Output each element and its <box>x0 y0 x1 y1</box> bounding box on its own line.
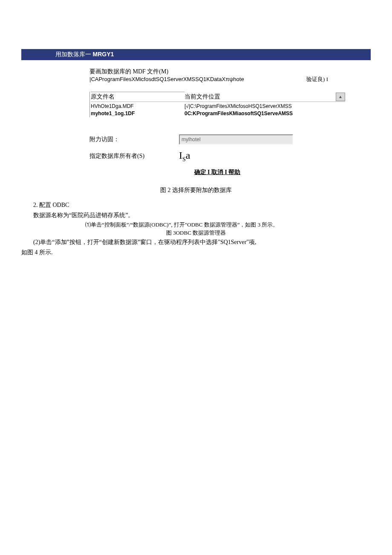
cell-original-filename: HVhOte1Dga.MDF myhote1_1og.1DF <box>91 103 184 117</box>
db-owner-label: 指定数据库所有者(S) <box>89 152 179 160</box>
figure-3-caption: 图 3ODBC 数据源管理器 <box>21 229 371 237</box>
title-prefix: 用加数落库一 <box>55 51 93 58</box>
cell-current-location: [√|C:\ProgramFitesXMicfosoHSQ1ServerXMSS… <box>184 103 345 117</box>
mdf-path-value: |CAProgramFilesXMicfosdtSQ1ServerXMSSQ1K… <box>89 76 244 82</box>
step-2-text-cont: 如图 4 所示. <box>21 247 371 258</box>
file-table: 原文件名 当前文件位置 ▲ HVhOte1Dga.MDF myhote1_1og… <box>89 92 345 117</box>
column-header-original: 原文件名 <box>91 92 184 102</box>
figure-2-caption: 图 2 选择所要附加的数据库 <box>21 186 371 194</box>
scroll-up-icon[interactable]: ▲ <box>336 93 345 101</box>
verify-button-label[interactable]: 验证良) I <box>306 76 328 83</box>
dialog-body: 要画加数据库的 MDF 文件(M) |CAProgramFilesXMicfos… <box>21 60 371 180</box>
title-id: MRGY1 <box>93 51 114 58</box>
datasource-name-text: 数据源名称为“医院药品进销存系统”。 <box>21 210 371 221</box>
dialog-button-row[interactable]: 确定 I 取消 I 帮助 <box>89 169 345 176</box>
step-2-text: (2)单击“添加”按钮，打开“创建新数据源”窗口，在驱动程序列表中选择"SQ1S… <box>21 237 371 247</box>
attach-as-input[interactable]: mylhotel <box>179 134 293 145</box>
db-owner-value[interactable]: ISa <box>179 150 190 163</box>
dialog-title-bar: 用加数落库一 MRGY1 <box>21 49 371 60</box>
section-2-heading: 2. 配置 ODBC <box>21 200 371 210</box>
mdf-file-label: 要画加数据库的 MDF 文件(M) <box>89 68 345 76</box>
step-1-text: ⑴单击“控制面板”/“数据源(ODBC)”, 打开"ODBC 数据源管理器”，如… <box>21 221 371 229</box>
attach-as-label: 附力访固： <box>89 136 179 143</box>
column-header-location: 当前文件位置 <box>184 92 336 102</box>
table-row: HVhOte1Dga.MDF myhote1_1og.1DF [√|C:\Pro… <box>91 102 345 117</box>
table-header-row: 原文件名 当前文件位置 ▲ <box>91 92 345 102</box>
